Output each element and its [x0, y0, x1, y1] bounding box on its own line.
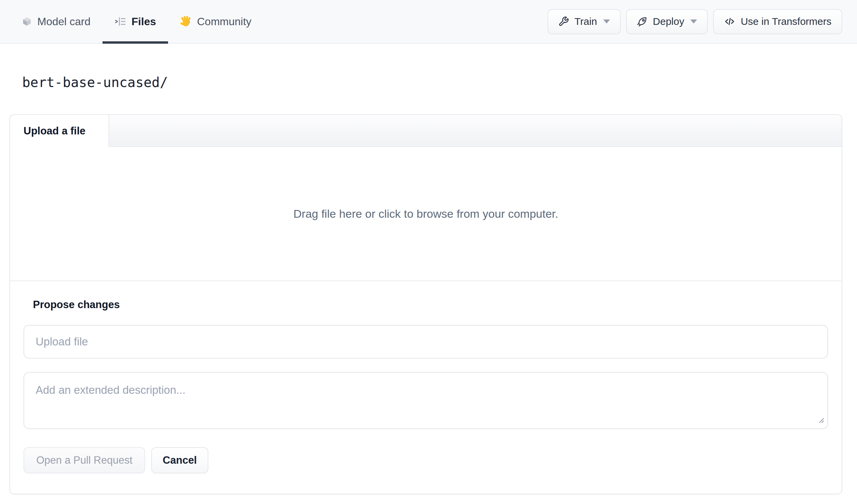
tab-community[interactable]: Community — [168, 0, 264, 43]
propose-changes-section: Propose changes Open a Pull Request Canc… — [10, 281, 842, 493]
tab-row-filler — [109, 115, 842, 147]
chevron-down-icon — [603, 19, 610, 23]
use-in-transformers-button[interactable]: Use in Transformers — [713, 9, 842, 34]
waving-hand-icon — [180, 16, 191, 27]
deploy-button-label: Deploy — [653, 16, 684, 27]
upload-a-file-tab-label: Upload a file — [23, 125, 85, 137]
breadcrumb[interactable]: bert-base-uncased/ — [22, 74, 857, 90]
active-tab-underline — [102, 41, 168, 44]
tab-files-label: Files — [131, 15, 156, 28]
breadcrumb-path[interactable]: bert-base-uncased/ — [22, 74, 168, 90]
tab-model-card[interactable]: Model card — [10, 0, 102, 43]
train-button[interactable]: Train — [548, 9, 620, 34]
upload-card: Upload a file Drag file here or click to… — [10, 114, 842, 494]
wrench-icon — [558, 16, 569, 27]
chevron-down-icon — [690, 19, 697, 23]
upload-a-file-tab[interactable]: Upload a file — [10, 115, 109, 147]
train-button-label: Train — [574, 16, 597, 27]
use-in-transformers-label: Use in Transformers — [741, 16, 831, 27]
cancel-button[interactable]: Cancel — [151, 447, 208, 473]
repo-action-buttons: Train Deploy Use in Transformers — [548, 9, 842, 34]
repo-tab-bar: Model card Files — [10, 0, 264, 43]
propose-actions: Open a Pull Request Cancel — [23, 447, 828, 473]
tab-files[interactable]: Files — [102, 0, 168, 43]
cube-icon — [22, 16, 32, 27]
tab-community-label: Community — [197, 15, 251, 28]
list-tree-icon — [115, 16, 126, 27]
dropzone-hint: Drag file here or click to browse from y… — [293, 207, 558, 220]
upload-card-tab-row: Upload a file — [10, 115, 842, 147]
upload-filename-input[interactable] — [23, 325, 828, 358]
extended-description-textarea[interactable] — [23, 372, 828, 429]
rocket-icon — [637, 16, 648, 27]
repo-header: Model card Files — [0, 0, 857, 44]
propose-changes-heading: Propose changes — [33, 299, 828, 311]
deploy-button[interactable]: Deploy — [626, 9, 708, 34]
code-icon — [724, 16, 735, 27]
file-dropzone[interactable]: Drag file here or click to browse from y… — [10, 147, 842, 281]
tab-model-card-label: Model card — [37, 15, 90, 28]
open-pull-request-button[interactable]: Open a Pull Request — [23, 447, 145, 473]
description-field-wrap — [23, 372, 828, 429]
